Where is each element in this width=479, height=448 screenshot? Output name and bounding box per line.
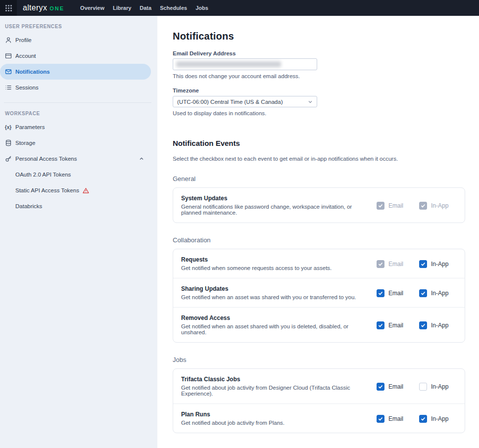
email-delivery-address-label: Email Delivery Address bbox=[173, 50, 465, 56]
email-checkbox[interactable]: Email bbox=[377, 202, 419, 210]
nav-item-library[interactable]: Library bbox=[113, 5, 131, 11]
timezone-label: Timezone bbox=[173, 88, 465, 93]
sidebar-item-parameters[interactable]: {x} Parameters bbox=[0, 119, 151, 135]
checkbox[interactable] bbox=[419, 383, 427, 391]
notification-events-description: Select the checkbox next to each event t… bbox=[173, 156, 465, 162]
checkbox[interactable] bbox=[419, 289, 427, 297]
event-row-sharing-updates: Sharing Updates Get notified when an ass… bbox=[173, 278, 465, 307]
sidebar-item-sessions[interactable]: Sessions bbox=[0, 80, 151, 95]
sidebar-item-databricks[interactable]: Databricks bbox=[0, 198, 151, 214]
inapp-checkbox[interactable]: In-App bbox=[419, 415, 457, 423]
list-icon bbox=[4, 84, 12, 91]
inapp-checkbox[interactable]: In-App bbox=[419, 383, 457, 391]
event-row-trifacta-classic-jobs: Trifacta Classic Jobs Get notified about… bbox=[173, 369, 465, 403]
envelope-icon bbox=[4, 68, 12, 76]
checkbox[interactable] bbox=[377, 321, 384, 329]
checkbox[interactable] bbox=[377, 415, 384, 423]
sidebar-item-static-api-access-tokens[interactable]: Static API Access Tokens bbox=[0, 182, 151, 198]
braces-x-icon: {x} bbox=[4, 124, 12, 131]
checkbox[interactable] bbox=[377, 202, 384, 210]
email-checkbox[interactable]: Email bbox=[377, 415, 419, 423]
notification-events-title: Notification Events bbox=[173, 139, 465, 147]
sidebar-section-workspace: WORKSPACE bbox=[0, 106, 157, 119]
email-checkbox[interactable]: Email bbox=[377, 289, 419, 297]
sidebar-item-label: Parameters bbox=[15, 124, 45, 130]
sidebar-item-storage[interactable]: Storage bbox=[0, 135, 151, 151]
nav-item-data[interactable]: Data bbox=[140, 5, 151, 11]
checkbox-label: In-App bbox=[431, 415, 448, 422]
key-icon bbox=[4, 155, 12, 163]
chevron-down-icon bbox=[308, 99, 313, 104]
group-title-collaboration: Collaboration bbox=[173, 236, 465, 244]
group-card-general: System Updates General notifications lik… bbox=[173, 187, 465, 223]
checkbox[interactable] bbox=[377, 289, 384, 297]
checkbox-label: In-App bbox=[431, 290, 448, 297]
logo-suffix-text: ONE bbox=[49, 5, 64, 11]
inapp-checkbox[interactable]: In-App bbox=[419, 321, 457, 329]
group-title-general: General bbox=[173, 175, 465, 182]
sidebar-item-label: Static API Access Tokens bbox=[15, 187, 79, 193]
group-title-jobs: Jobs bbox=[173, 356, 465, 363]
checkbox-label: Email bbox=[388, 415, 403, 422]
email-delivery-address-input[interactable] bbox=[173, 58, 317, 70]
checkbox[interactable] bbox=[419, 260, 427, 268]
notifications-settings-panel: Notifications Email Delivery Address Thi… bbox=[157, 16, 479, 448]
sidebar-item-label: Personal Access Tokens bbox=[15, 156, 77, 162]
checkbox-label: In-App bbox=[431, 202, 448, 209]
checkbox[interactable] bbox=[419, 415, 427, 423]
event-description: General notifications like password chan… bbox=[181, 204, 369, 216]
sidebar-item-label: Profile bbox=[15, 37, 32, 43]
nav-item-jobs[interactable]: Jobs bbox=[195, 5, 208, 11]
logo-brand-text: alteryx bbox=[23, 3, 47, 12]
redacted-email-value bbox=[176, 61, 281, 67]
chevron-up-icon[interactable] bbox=[139, 156, 144, 161]
app-switcher-button[interactable] bbox=[0, 0, 17, 16]
sidebar-item-label: Notifications bbox=[15, 69, 50, 75]
event-title: Plan Runs bbox=[181, 411, 369, 418]
event-title: Removed Access bbox=[181, 314, 369, 321]
sidebar-item-label: Databricks bbox=[15, 203, 42, 209]
inapp-checkbox[interactable]: In-App bbox=[419, 202, 457, 210]
sidebar-item-notifications[interactable]: Notifications bbox=[0, 64, 151, 80]
inapp-checkbox[interactable]: In-App bbox=[419, 260, 457, 268]
checkbox[interactable] bbox=[377, 260, 384, 268]
page-title: Notifications bbox=[173, 31, 465, 42]
email-checkbox[interactable]: Email bbox=[377, 383, 419, 391]
event-description: Get notified about job activity from Pla… bbox=[181, 420, 369, 426]
group-card-jobs: Trifacta Classic Jobs Get notified about… bbox=[173, 368, 465, 433]
checkbox[interactable] bbox=[419, 321, 427, 329]
group-card-collaboration: Requests Get notified when someone reque… bbox=[173, 249, 465, 343]
timezone-selected-value: (UTC-06:00) Central Time (US & Canada) bbox=[177, 99, 283, 105]
sidebar-item-profile[interactable]: Profile bbox=[0, 32, 151, 48]
event-description: Get notified about job activity from Des… bbox=[181, 385, 369, 397]
nav-item-overview[interactable]: Overview bbox=[80, 5, 104, 11]
event-row-system-updates: System Updates General notifications lik… bbox=[173, 188, 465, 223]
email-checkbox[interactable]: Email bbox=[377, 321, 419, 329]
event-row-requests: Requests Get notified when someone reque… bbox=[173, 249, 465, 278]
checkbox-label: In-App bbox=[431, 261, 448, 268]
sidebar-item-label: Sessions bbox=[15, 85, 39, 90]
sidebar-item-label: OAuth 2.0 API Tokens bbox=[15, 172, 71, 178]
checkbox-label: Email bbox=[388, 322, 403, 329]
nav-item-schedules[interactable]: Schedules bbox=[160, 5, 187, 11]
checkbox-label: Email bbox=[388, 261, 403, 268]
checkbox-label: Email bbox=[388, 202, 403, 209]
sidebar-item-label: Storage bbox=[15, 140, 35, 146]
email-helper-text: This does not change your account email … bbox=[173, 73, 465, 79]
checkbox-label: In-App bbox=[431, 322, 448, 329]
event-title: Trifacta Classic Jobs bbox=[181, 376, 369, 383]
checkbox[interactable] bbox=[377, 383, 384, 391]
timezone-select[interactable]: (UTC-06:00) Central Time (US & Canada) bbox=[173, 96, 317, 107]
sidebar-item-personal-access-tokens[interactable]: Personal Access Tokens bbox=[0, 151, 151, 167]
inapp-checkbox[interactable]: In-App bbox=[419, 289, 457, 297]
sidebar-item-account[interactable]: Account bbox=[0, 48, 151, 64]
sidebar-item-oauth-api-tokens[interactable]: OAuth 2.0 API Tokens bbox=[0, 167, 151, 182]
event-title: Requests bbox=[181, 256, 369, 263]
email-checkbox[interactable]: Email bbox=[377, 260, 419, 268]
checkbox[interactable] bbox=[419, 202, 427, 210]
checkbox-label: Email bbox=[388, 290, 403, 297]
event-title: Sharing Updates bbox=[181, 285, 369, 292]
alteryx-logo[interactable]: alteryx ONE bbox=[23, 3, 64, 12]
database-icon bbox=[4, 139, 12, 147]
topbar: alteryx ONE Overview Library Data Schedu… bbox=[0, 0, 479, 16]
